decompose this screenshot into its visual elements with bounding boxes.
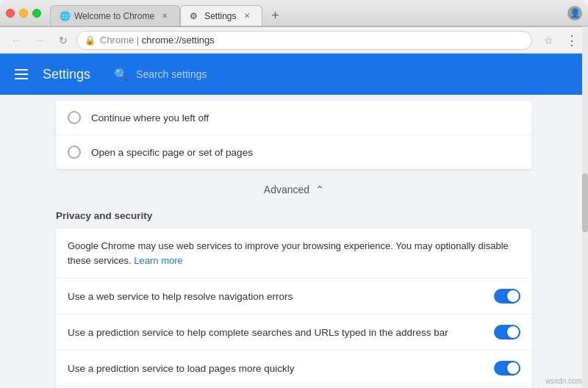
hamburger-menu-button[interactable] bbox=[12, 66, 31, 82]
nav-bar: ← → ↻ 🔒 Chrome | chrome://settings ☆ ⋮ bbox=[0, 27, 588, 54]
prediction-toggle-row: Use a prediction service to help complet… bbox=[56, 315, 532, 351]
tab-settings-title: Settings bbox=[204, 11, 236, 21]
advanced-row[interactable]: Advanced ⌃ bbox=[56, 169, 532, 204]
tab-welcome-close-icon[interactable]: ✕ bbox=[159, 10, 171, 22]
tab-welcome-favicon: 🌐 bbox=[60, 11, 70, 21]
maximize-button[interactable] bbox=[32, 9, 41, 18]
advanced-label: Advanced bbox=[264, 184, 309, 195]
address-bar[interactable]: 🔒 Chrome | chrome://settings bbox=[76, 31, 532, 50]
title-bar: 🌐 Welcome to Chrome ✕ ⚙ Settings ✕ + 👤 bbox=[0, 0, 588, 26]
tab-settings[interactable]: ⚙ Settings ✕ bbox=[180, 5, 262, 26]
privacy-card: Google Chrome may use web services to im… bbox=[56, 229, 532, 388]
tab-welcome[interactable]: 🌐 Welcome to Chrome ✕ bbox=[50, 5, 180, 26]
hamburger-line-3 bbox=[15, 78, 28, 79]
refresh-button[interactable]: ↻ bbox=[53, 30, 74, 51]
advanced-arrow-icon: ⌃ bbox=[315, 184, 324, 195]
nav-error-toggle-knob bbox=[507, 290, 519, 302]
settings-header: Settings 🔍 bbox=[0, 54, 588, 95]
specific-page-option-label: Open a specific page or set of pages bbox=[91, 147, 253, 158]
learn-more-link[interactable]: Learn more bbox=[134, 255, 182, 266]
nav-error-toggle[interactable] bbox=[494, 289, 520, 303]
back-button[interactable]: ← bbox=[6, 30, 26, 51]
prediction-label: Use a prediction service to help complet… bbox=[68, 327, 494, 338]
more-button[interactable]: ⋮ bbox=[562, 30, 582, 51]
specific-page-radio[interactable] bbox=[68, 146, 81, 159]
load-pages-toggle-knob bbox=[507, 362, 519, 374]
watermark: wsxdn.com bbox=[545, 377, 582, 385]
hamburger-line-1 bbox=[15, 69, 28, 71]
privacy-section-title: Privacy and security bbox=[56, 204, 532, 229]
prediction-toggle-knob bbox=[507, 326, 519, 338]
close-button[interactable] bbox=[6, 9, 15, 18]
forward-button[interactable]: → bbox=[29, 30, 50, 51]
nav-error-label: Use a web service to help resolve naviga… bbox=[68, 291, 494, 302]
address-prefix: Chrome | bbox=[100, 35, 142, 46]
search-bar: 🔍 bbox=[114, 68, 576, 82]
continue-radio[interactable] bbox=[68, 111, 81, 124]
profile-icon[interactable]: 👤 bbox=[567, 6, 582, 21]
load-pages-toggle[interactable] bbox=[494, 361, 520, 376]
window-controls-right: 👤 bbox=[567, 6, 582, 21]
prediction-toggle[interactable] bbox=[494, 325, 520, 340]
settings-section: Continue where you left off Open a speci… bbox=[44, 101, 544, 388]
nav-error-toggle-row: Use a web service to help resolve naviga… bbox=[56, 279, 532, 315]
scrollbar-thumb[interactable] bbox=[582, 173, 588, 232]
address-url: chrome://settings bbox=[142, 35, 215, 46]
new-tab-button[interactable]: + bbox=[265, 5, 286, 26]
hamburger-line-2 bbox=[15, 73, 28, 75]
settings-page-title: Settings bbox=[43, 67, 90, 82]
traffic-lights bbox=[6, 9, 41, 18]
tabs-bar: 🌐 Welcome to Chrome ✕ ⚙ Settings ✕ + bbox=[50, 0, 567, 26]
continue-option[interactable]: Continue where you left off bbox=[56, 101, 532, 135]
privacy-info-box: Google Chrome may use web services to im… bbox=[56, 229, 532, 279]
load-pages-toggle-row: Use a prediction service to load pages m… bbox=[56, 351, 532, 387]
continue-option-label: Continue where you left off bbox=[91, 112, 209, 123]
load-pages-label: Use a prediction service to load pages m… bbox=[68, 363, 494, 374]
startup-options-card: Continue where you left off Open a speci… bbox=[56, 101, 532, 169]
search-input[interactable] bbox=[136, 68, 576, 80]
lock-icon: 🔒 bbox=[85, 35, 96, 46]
specific-page-option[interactable]: Open a specific page or set of pages bbox=[56, 135, 532, 169]
bookmark-button[interactable]: ☆ bbox=[538, 30, 559, 51]
settings-content: Continue where you left off Open a speci… bbox=[0, 95, 588, 388]
tab-settings-favicon: ⚙ bbox=[190, 11, 200, 21]
tab-settings-close-icon[interactable]: ✕ bbox=[241, 10, 253, 22]
minimize-button[interactable] bbox=[19, 9, 28, 18]
address-text: Chrome | chrome://settings bbox=[100, 35, 524, 46]
search-icon: 🔍 bbox=[114, 68, 129, 82]
tab-welcome-title: Welcome to Chrome bbox=[74, 11, 154, 21]
scrollbar-track bbox=[582, 26, 588, 388]
